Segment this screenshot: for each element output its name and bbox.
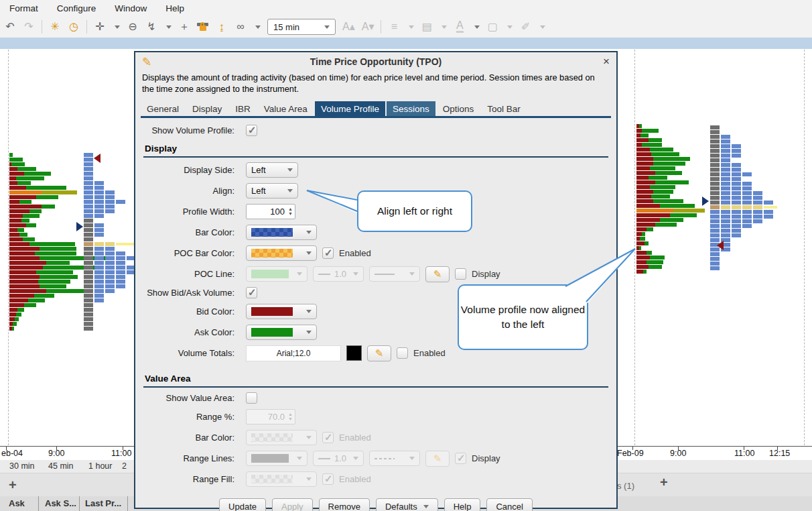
tab-label-partial[interactable]: s (1): [617, 481, 634, 491]
font-decrease-icon[interactable]: A▾: [362, 19, 375, 34]
va-bar-color-select[interactable]: [246, 430, 317, 445]
fit-vertical-icon[interactable]: ↨: [216, 19, 228, 34]
menu-format[interactable]: Format: [9, 3, 38, 13]
profile-width-input[interactable]: 100 ▲▼: [246, 204, 295, 219]
defaults-button[interactable]: Defaults: [376, 498, 438, 511]
tpo-block: [732, 154, 741, 158]
interval-select[interactable]: 15 min: [267, 19, 336, 35]
tpo-block: [721, 158, 730, 162]
volume-totals-enabled-checkbox[interactable]: [397, 347, 408, 359]
session-divider-line: [8, 50, 9, 445]
ask-color-select[interactable]: [246, 325, 317, 340]
tab-general[interactable]: General: [141, 101, 185, 116]
range-lines-width-select[interactable]: 1.0: [313, 451, 364, 466]
poc-line-row: POC Line: 1.0 ✎ Display: [143, 264, 608, 284]
tpo-block: [764, 215, 773, 219]
remove-button[interactable]: Remove: [319, 498, 370, 511]
range-fill-select[interactable]: [246, 471, 317, 487]
period-tab-30-min[interactable]: 30 min: [9, 461, 35, 471]
period-tab-1-hour[interactable]: 1 hour: [88, 461, 112, 471]
menu-help[interactable]: Help: [165, 3, 184, 13]
volume-profile-bar: [9, 317, 19, 321]
align-select[interactable]: Left: [246, 183, 298, 198]
volume-totals-font-field[interactable]: Arial;12.0: [246, 345, 341, 361]
poc-line-width-select[interactable]: 1.0: [313, 266, 364, 282]
show-volume-profile-checkbox[interactable]: [246, 125, 257, 136]
pen-color-icon[interactable]: ✐: [519, 19, 531, 34]
magic-wand-icon[interactable]: ✳: [49, 19, 61, 34]
tpo-block: [742, 215, 752, 219]
column-header[interactable]: Ask S...: [45, 498, 76, 508]
pan-hand-icon[interactable]: ✛: [94, 19, 106, 34]
column-header[interactable]: Last Pr...: [85, 498, 121, 508]
poc-enabled-checkbox[interactable]: [322, 247, 334, 259]
alarm-clock-icon[interactable]: ◷: [68, 19, 80, 34]
poc-line-edit-button[interactable]: ✎: [425, 266, 450, 282]
unlink-icon[interactable]: ∞: [234, 19, 247, 34]
range-lines-style-select[interactable]: [369, 451, 420, 466]
line-width-icon[interactable]: ≡: [388, 19, 400, 34]
tab-value-area[interactable]: Value Area: [258, 101, 314, 116]
tab-sessions[interactable]: Sessions: [387, 101, 435, 116]
redo-icon[interactable]: ↷: [23, 19, 35, 34]
poc-line-style-select[interactable]: [369, 266, 420, 282]
tab-options[interactable]: Options: [437, 101, 480, 116]
poc-bar-color-row: POC Bar Color: Enabled: [143, 243, 608, 264]
display-side-select[interactable]: Left: [246, 162, 298, 178]
volume-profile-bar: [636, 157, 690, 161]
poc-bar-color-select[interactable]: [246, 245, 317, 261]
price-lock-icon[interactable]: [197, 19, 209, 34]
volume-profile-bar: [636, 260, 663, 264]
range-lines-color-select[interactable]: [246, 451, 308, 466]
volume-totals-color-swatch[interactable]: [346, 345, 362, 361]
line-width-sample: [318, 458, 330, 459]
period-tab-2[interactable]: 2: [122, 461, 127, 471]
show-value-area-checkbox[interactable]: [246, 392, 257, 404]
tab-ibr[interactable]: IBR: [229, 101, 257, 116]
bar-color-select[interactable]: [246, 225, 317, 240]
tab-tool-bar[interactable]: Tool Bar: [481, 101, 527, 116]
volume-profile-bar: [9, 233, 27, 237]
menu-window[interactable]: Window: [115, 3, 147, 13]
close-icon[interactable]: ×: [603, 55, 610, 68]
font-increase-icon[interactable]: A▴: [342, 19, 355, 34]
range-pct-label: Range %:: [143, 412, 241, 422]
help-button[interactable]: Help: [444, 498, 481, 511]
cancel-button[interactable]: Cancel: [486, 498, 532, 511]
tpo-block: [732, 191, 741, 195]
volume-profile-bar: [9, 270, 73, 274]
tpo-block: [732, 182, 741, 186]
volume-profile-bar: [9, 247, 76, 251]
tpo-block: [94, 242, 104, 246]
spinner-arrows[interactable]: ▲▼: [288, 207, 295, 216]
crosshair-flash-icon[interactable]: ↯: [145, 19, 157, 34]
add-tab-button[interactable]: +: [660, 475, 668, 490]
range-pct-input[interactable]: 70.0 ▲▼: [246, 409, 295, 424]
show-bidask-checkbox[interactable]: [246, 287, 257, 298]
menu-configure[interactable]: Configure: [57, 3, 96, 13]
tpo-block: [105, 261, 115, 265]
tab-volume-profile[interactable]: Volume Profile: [315, 101, 385, 116]
tpo-block: [721, 201, 730, 205]
period-tab-45-min[interactable]: 45 min: [48, 461, 74, 471]
poc-line-display-checkbox[interactable]: [455, 268, 466, 280]
tpo-block: [710, 186, 720, 190]
tpo-block: [94, 205, 104, 209]
bar-spacing-icon[interactable]: ▤: [421, 19, 433, 34]
update-button[interactable]: Update: [219, 498, 266, 511]
tpo-block: [742, 186, 752, 190]
undo-icon[interactable]: ↶: [4, 19, 16, 34]
font-color-icon[interactable]: A: [454, 19, 466, 34]
callout-align: Align left or right: [357, 190, 472, 232]
tab-display[interactable]: Display: [186, 101, 228, 116]
column-header[interactable]: Ask: [9, 498, 25, 508]
zoom-out-icon[interactable]: ⊖: [127, 19, 139, 34]
tpo-block: [84, 219, 93, 223]
price-marker-left-icon: [94, 154, 100, 163]
volume-totals-edit-button[interactable]: ✎: [367, 345, 391, 361]
bid-color-select[interactable]: [246, 304, 317, 319]
add-study-icon[interactable]: ＋: [178, 19, 190, 34]
fill-color-icon[interactable]: ▢: [486, 19, 498, 34]
poc-line-color-select[interactable]: [246, 266, 308, 282]
add-panel-button[interactable]: +: [9, 477, 17, 493]
